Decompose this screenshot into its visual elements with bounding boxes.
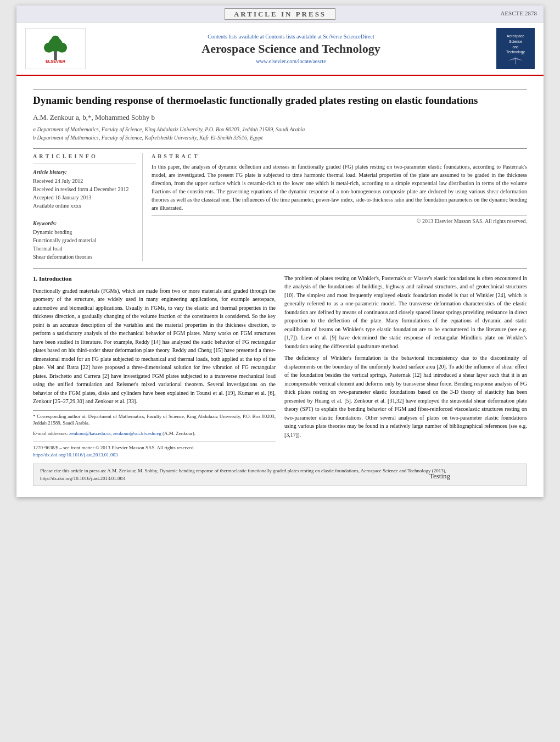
svg-text:Aerospace: Aerospace [507,34,524,38]
affiliation-a: a Department of Mathematics, Faculty of … [33,125,527,133]
keyword-1: Dynamic bending [33,228,136,236]
svg-point-3 [44,43,54,53]
article-info-heading: A R T I C L E I N F O [33,153,136,159]
article-id: AESCTE:2878 [500,10,537,16]
journal-title: Aerospace Science and Technology [91,42,491,56]
info-divider [33,164,136,164]
abstract-text: In this paper, the analyses of dynamic d… [152,163,527,212]
footnote-area: * Corresponding author at: Department of… [33,410,276,437]
corresponding-footnote: * Corresponding author at: Department of… [33,413,276,427]
email-link-1[interactable]: zenkour@kau.edu.sa [69,431,110,436]
article-title: Dynamic bending response of thermoelasti… [33,94,527,108]
header-divider [33,89,527,90]
journal-link-top: Contents lists available at Contents lis… [91,34,491,40]
left-column: 1. Introduction Functionally graded mate… [33,274,276,461]
abstract-heading: A B S T R A C T [152,153,527,159]
keyword-3: Thermal load [33,245,136,253]
article-page: ARTICLE IN PRESS AESCTE:2878 ELSEVIER [16,5,544,497]
citation-bar: Please cite this article in press as: A.… [33,464,527,486]
abstract-column: A B S T R A C T In this paper, the analy… [152,153,527,261]
right-column: The problem of plates resting on Winkler… [284,274,527,461]
main-columns: 1. Introduction Functionally graded mate… [33,274,527,461]
article-in-press-banner: ARTICLE IN PRESS [16,5,544,23]
received-date: Received 24 July 2012 [33,177,136,185]
doi-link[interactable]: http://dx.doi.org/10.1016/j.ast.2013.01.… [33,452,118,458]
available-date: Available online xxxx [33,202,136,210]
issn-text: 1270-9638/$ – see front matter © 2013 El… [33,445,195,450]
journal-center: Contents lists available at Contents lis… [86,34,496,64]
affiliations: a Department of Mathematics, Faculty of … [33,125,527,142]
elsevier-logo-left: ELSEVIER [25,28,86,69]
svg-text:ELSEVIER: ELSEVIER [46,59,66,64]
email-footnote: E-mail addresses: zenkour@kau.edu.sa, ze… [33,430,276,437]
keyword-4: Shear deformation theories [33,253,136,261]
revised-date: Received in revised form 4 December 2012 [33,186,136,193]
testing-label: Testing [429,472,450,481]
section1-heading: 1. Introduction [33,274,276,283]
right-para1: The problem of plates resting on Winkler… [284,274,527,351]
footer-bar: 1270-9638/$ – see front matter © 2013 El… [33,442,276,461]
contents-text: Contents lists available at [208,34,265,40]
accepted-date: Accepted 16 January 2013 [33,194,136,202]
ast-logo-icon: Aerospace Science and Technology [499,30,532,67]
section1-para1: Functionally graded materials (FGMs), wh… [33,287,276,406]
email-label: E-mail addresses: [33,431,68,436]
keyword-2: Functionally graded material [33,237,136,244]
journal-url[interactable]: www.elsevier.com/locate/aescte [91,58,491,64]
sciverse-link[interactable]: Contents lists available at SciVerse Sci… [265,34,374,40]
journal-logo-right: Aerospace Science and Technology [496,28,535,69]
svg-text:Technology: Technology [506,50,525,54]
email-link-2[interactable]: zenkoun@sci.kfs.edu.eg [113,431,161,436]
author-names: A.M. Zenkour a, b,*, Mohammed Sobhy b [33,113,155,121]
body-divider [33,268,527,269]
authors-line: A.M. Zenkour a, b,*, Mohammed Sobhy b [33,113,527,122]
right-para2: The deficiency of Winkler's formulation … [284,354,527,439]
article-info-column: A R T I C L E I N F O Article history: R… [33,153,143,261]
affiliation-b: b Department of Mathematics, Faculty of … [33,133,527,142]
journal-header: ELSEVIER Contents lists available at Con… [16,23,544,76]
title-divider [33,148,527,149]
email-suffix: (A.M. Zenkour). [163,431,195,436]
copyright-line: © 2013 Elsevier Masson SAS. All rights r… [152,215,527,224]
svg-text:Science: Science [509,40,522,43]
svg-text:and: and [512,45,518,49]
article-in-press-text: ARTICLE IN PRESS [225,8,335,20]
svg-point-4 [57,43,67,53]
history-label: Article history: [33,169,136,176]
elsevier-tree-icon: ELSEVIER [31,34,80,64]
article-body: Dynamic bending response of thermoelasti… [16,76,544,497]
info-abstract-section: A R T I C L E I N F O Article history: R… [33,153,527,261]
svg-point-5 [52,36,60,44]
keywords-label: Keywords: [33,220,136,227]
